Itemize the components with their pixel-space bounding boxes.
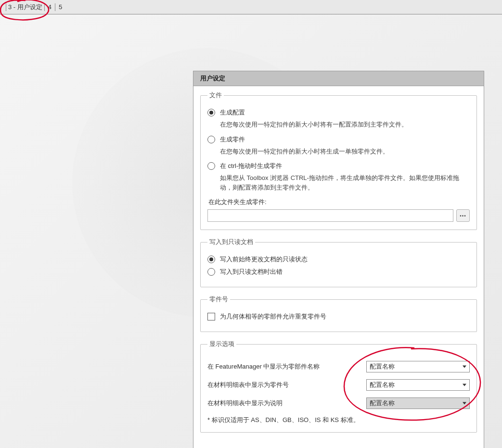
group-part-number-legend: 零件号 [207, 295, 230, 304]
radio-ctrl-drag[interactable] [207, 162, 215, 170]
browse-button[interactable]: ••• [456, 209, 470, 222]
dialog-title: 用户设定 [193, 71, 484, 86]
radio-generate-part-label: 生成零件 [220, 135, 245, 144]
checkbox-dup-partno-row[interactable]: 为几何体相等的零部件允许重复零件号 [207, 312, 470, 321]
combo-bom-desc[interactable]: 配置名称 [366, 397, 470, 409]
chevron-down-icon [463, 402, 466, 405]
display-row-bom-desc: 在材料明细表中显示为说明 配置名称 [207, 397, 470, 409]
top-divider [55, 3, 55, 11]
radio-generate-config[interactable] [207, 109, 215, 116]
display-fm-label: 在 FeatureManager 中显示为零部件名称 [207, 362, 366, 371]
top-bar-current[interactable]: 3 - 用户设定 [8, 3, 42, 12]
standards-note: * 标识仅适用于 AS、DIN、GB、ISO、IS 和 KS 标准。 [207, 416, 470, 424]
top-divider [44, 3, 45, 11]
chevron-down-icon [463, 366, 466, 368]
group-readonly-legend: 写入到只读文档 [207, 238, 255, 246]
checkbox-dup-partno[interactable] [207, 313, 215, 320]
combo-bom-partno-value: 配置名称 [370, 381, 395, 389]
group-files: 文件 生成配置 在您每次使用一特定扣件的新大小时将有一配置添加到主零件文件。 生… [200, 91, 477, 230]
display-bom-partno-label: 在材料明细表中显示为零件号 [207, 381, 366, 389]
radio-change-readonly-row[interactable]: 写入前始终更改文档的只读状态 [207, 255, 470, 264]
parts-folder-label: 在此文件夹生成零件: [208, 198, 470, 206]
radio-change-readonly-label: 写入前始终更改文档的只读状态 [220, 255, 308, 264]
group-part-number: 零件号 为几何体相等的零部件允许重复零件号 [200, 295, 477, 332]
combo-bom-desc-value: 配置名称 [370, 399, 395, 408]
top-bar: 3 - 用户设定 4 5 [0, 0, 502, 14]
checkbox-dup-partno-label: 为几何体相等的零部件允许重复零件号 [220, 312, 326, 321]
top-bar-item-5[interactable]: 5 [57, 3, 64, 11]
combo-featuremanager-value: 配置名称 [370, 362, 395, 371]
user-settings-dialog: 用户设定 文件 生成配置 在您每次使用一特定扣件的新大小时将有一配置添加到主零件… [193, 71, 484, 448]
radio-ctrl-drag-label: 在 ctrl-拖动时生成零件 [220, 162, 282, 170]
radio-error-readonly-row[interactable]: 写入到只读文档时出错 [207, 268, 470, 276]
radio-generate-config-row[interactable]: 生成配置 [207, 108, 470, 117]
ellipsis-icon: ••• [460, 213, 466, 218]
group-display-legend: 显示选项 [207, 340, 236, 348]
dialog-body: 文件 生成配置 在您每次使用一特定扣件的新大小时将有一配置添加到主零件文件。 生… [193, 86, 484, 448]
radio-generate-part-row[interactable]: 生成零件 [207, 135, 470, 144]
radio-generate-part-desc: 在您每次使用一特定扣件的新大小时将生成一单独零件文件。 [220, 147, 470, 156]
radio-generate-config-label: 生成配置 [220, 108, 245, 117]
radio-error-readonly[interactable] [207, 268, 215, 276]
radio-ctrl-drag-desc: 如果您从 Toolbox 浏览器 CTRL-拖动扣件，将生成单独的零件文件。如果… [220, 173, 470, 192]
radio-ctrl-drag-row[interactable]: 在 ctrl-拖动时生成零件 [207, 162, 470, 170]
group-display-options: 显示选项 在 FeatureManager 中显示为零部件名称 配置名称 在材料… [200, 340, 477, 433]
combo-bom-partno[interactable]: 配置名称 [366, 379, 470, 391]
parts-folder-input[interactable] [207, 209, 453, 222]
parts-folder-input-row: ••• [207, 209, 470, 222]
display-row-bom-partno: 在材料明细表中显示为零件号 配置名称 [207, 379, 470, 391]
combo-featuremanager[interactable]: 配置名称 [366, 361, 470, 372]
radio-generate-config-desc: 在您每次使用一特定扣件的新大小时将有一配置添加到主零件文件。 [220, 120, 470, 129]
group-files-legend: 文件 [207, 91, 224, 100]
radio-error-readonly-label: 写入到只读文档时出错 [220, 268, 283, 276]
group-readonly: 写入到只读文档 写入前始终更改文档的只读状态 写入到只读文档时出错 [200, 238, 477, 287]
top-bar-item-4[interactable]: 4 [47, 3, 53, 11]
display-bom-desc-label: 在材料明细表中显示为说明 [207, 399, 366, 408]
top-divider [6, 3, 6, 11]
radio-generate-part[interactable] [207, 136, 215, 143]
chevron-down-icon [463, 384, 466, 386]
display-row-featuremanager: 在 FeatureManager 中显示为零部件名称 配置名称 [207, 361, 470, 372]
radio-change-readonly[interactable] [207, 256, 215, 263]
